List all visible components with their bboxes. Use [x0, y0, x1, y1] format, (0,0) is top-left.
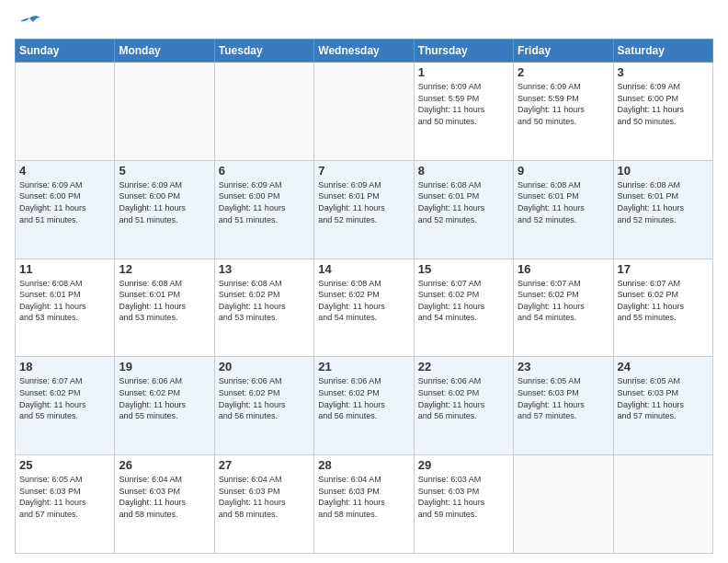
day-info: Sunrise: 6:09 AM Sunset: 6:00 PM Dayligh… — [219, 179, 310, 225]
day-number: 15 — [418, 262, 509, 276]
calendar-cell: 25Sunrise: 6:05 AM Sunset: 6:03 PM Dayli… — [16, 455, 115, 554]
day-number: 26 — [119, 458, 210, 472]
day-info: Sunrise: 6:09 AM Sunset: 6:00 PM Dayligh… — [618, 81, 709, 127]
column-header-friday: Friday — [514, 40, 613, 63]
calendar-cell: 13Sunrise: 6:08 AM Sunset: 6:02 PM Dayli… — [214, 259, 313, 357]
day-info: Sunrise: 6:08 AM Sunset: 6:01 PM Dayligh… — [119, 278, 210, 324]
logo-bird-icon — [17, 15, 42, 35]
calendar-header-row: SundayMondayTuesdayWednesdayThursdayFrid… — [16, 40, 713, 63]
day-info: Sunrise: 6:07 AM Sunset: 6:02 PM Dayligh… — [518, 278, 609, 324]
day-info: Sunrise: 6:09 AM Sunset: 6:00 PM Dayligh… — [119, 179, 210, 225]
column-header-monday: Monday — [115, 40, 214, 63]
day-info: Sunrise: 6:09 AM Sunset: 6:01 PM Dayligh… — [318, 179, 409, 225]
day-number: 18 — [19, 360, 110, 373]
column-header-saturday: Saturday — [613, 40, 712, 63]
day-info: Sunrise: 6:07 AM Sunset: 6:02 PM Dayligh… — [418, 278, 509, 324]
day-number: 3 — [618, 65, 709, 79]
calendar-cell: 12Sunrise: 6:08 AM Sunset: 6:01 PM Dayli… — [115, 259, 214, 357]
calendar-cell: 7Sunrise: 6:09 AM Sunset: 6:01 PM Daylig… — [314, 160, 414, 259]
calendar-cell: 20Sunrise: 6:06 AM Sunset: 6:02 PM Dayli… — [214, 357, 313, 455]
day-number: 29 — [418, 458, 509, 472]
calendar-cell: 14Sunrise: 6:08 AM Sunset: 6:02 PM Dayli… — [314, 259, 414, 357]
calendar-week-3: 11Sunrise: 6:08 AM Sunset: 6:01 PM Dayli… — [16, 259, 713, 357]
calendar-week-2: 4Sunrise: 6:09 AM Sunset: 6:00 PM Daylig… — [16, 160, 713, 259]
calendar-cell: 4Sunrise: 6:09 AM Sunset: 6:00 PM Daylig… — [16, 160, 115, 259]
calendar-cell: 26Sunrise: 6:04 AM Sunset: 6:03 PM Dayli… — [115, 455, 214, 554]
day-info: Sunrise: 6:08 AM Sunset: 6:01 PM Dayligh… — [418, 179, 509, 225]
calendar-table: SundayMondayTuesdayWednesdayThursdayFrid… — [15, 39, 713, 554]
day-number: 17 — [618, 262, 709, 276]
day-number: 4 — [19, 164, 110, 178]
calendar-cell: 2Sunrise: 6:09 AM Sunset: 5:59 PM Daylig… — [514, 63, 613, 161]
day-number: 13 — [219, 262, 310, 276]
day-number: 9 — [518, 164, 609, 178]
column-header-thursday: Thursday — [414, 40, 513, 63]
day-info: Sunrise: 6:08 AM Sunset: 6:02 PM Dayligh… — [318, 278, 409, 324]
day-info: Sunrise: 6:04 AM Sunset: 6:03 PM Dayligh… — [119, 474, 210, 520]
day-number: 24 — [618, 360, 709, 373]
calendar-cell: 3Sunrise: 6:09 AM Sunset: 6:00 PM Daylig… — [613, 63, 712, 161]
calendar-cell: 11Sunrise: 6:08 AM Sunset: 6:01 PM Dayli… — [16, 259, 115, 357]
calendar-cell: 17Sunrise: 6:07 AM Sunset: 6:02 PM Dayli… — [613, 259, 712, 357]
day-number: 2 — [518, 65, 609, 79]
day-info: Sunrise: 6:09 AM Sunset: 6:00 PM Dayligh… — [19, 179, 110, 225]
calendar-cell — [613, 455, 712, 554]
day-number: 28 — [318, 458, 409, 472]
calendar-week-4: 18Sunrise: 6:07 AM Sunset: 6:02 PM Dayli… — [16, 357, 713, 455]
day-info: Sunrise: 6:08 AM Sunset: 6:01 PM Dayligh… — [618, 179, 709, 225]
calendar-cell: 23Sunrise: 6:05 AM Sunset: 6:03 PM Dayli… — [514, 357, 613, 455]
day-number: 19 — [119, 360, 210, 373]
day-number: 10 — [618, 164, 709, 178]
calendar-cell: 29Sunrise: 6:03 AM Sunset: 6:03 PM Dayli… — [414, 455, 513, 554]
calendar-cell: 28Sunrise: 6:04 AM Sunset: 6:03 PM Dayli… — [314, 455, 414, 554]
calendar-week-1: 1Sunrise: 6:09 AM Sunset: 5:59 PM Daylig… — [16, 63, 713, 161]
calendar-cell: 1Sunrise: 6:09 AM Sunset: 5:59 PM Daylig… — [414, 63, 513, 161]
day-info: Sunrise: 6:05 AM Sunset: 6:03 PM Dayligh… — [618, 375, 709, 421]
day-info: Sunrise: 6:04 AM Sunset: 6:03 PM Dayligh… — [219, 474, 310, 520]
day-info: Sunrise: 6:07 AM Sunset: 6:02 PM Dayligh… — [19, 375, 110, 421]
calendar-cell: 19Sunrise: 6:06 AM Sunset: 6:02 PM Dayli… — [115, 357, 214, 455]
day-info: Sunrise: 6:06 AM Sunset: 6:02 PM Dayligh… — [418, 375, 509, 421]
logo — [15, 15, 42, 31]
day-number: 22 — [418, 360, 509, 373]
day-number: 12 — [119, 262, 210, 276]
calendar-cell: 5Sunrise: 6:09 AM Sunset: 6:00 PM Daylig… — [115, 160, 214, 259]
calendar-cell: 22Sunrise: 6:06 AM Sunset: 6:02 PM Dayli… — [414, 357, 513, 455]
day-info: Sunrise: 6:08 AM Sunset: 6:01 PM Dayligh… — [19, 278, 110, 324]
calendar-cell: 24Sunrise: 6:05 AM Sunset: 6:03 PM Dayli… — [613, 357, 712, 455]
day-info: Sunrise: 6:08 AM Sunset: 6:02 PM Dayligh… — [219, 278, 310, 324]
day-info: Sunrise: 6:05 AM Sunset: 6:03 PM Dayligh… — [19, 474, 110, 520]
day-number: 5 — [119, 164, 210, 178]
calendar-cell — [115, 63, 214, 161]
day-info: Sunrise: 6:06 AM Sunset: 6:02 PM Dayligh… — [318, 375, 409, 421]
calendar-cell: 16Sunrise: 6:07 AM Sunset: 6:02 PM Dayli… — [514, 259, 613, 357]
calendar-cell — [214, 63, 313, 161]
column-header-sunday: Sunday — [16, 40, 115, 63]
header — [15, 15, 713, 31]
day-info: Sunrise: 6:03 AM Sunset: 6:03 PM Dayligh… — [418, 474, 509, 520]
day-number: 8 — [418, 164, 509, 178]
day-info: Sunrise: 6:09 AM Sunset: 5:59 PM Dayligh… — [518, 81, 609, 127]
calendar-cell — [314, 63, 414, 161]
calendar-cell: 15Sunrise: 6:07 AM Sunset: 6:02 PM Dayli… — [414, 259, 513, 357]
day-info: Sunrise: 6:08 AM Sunset: 6:01 PM Dayligh… — [518, 179, 609, 225]
day-number: 16 — [518, 262, 609, 276]
day-number: 11 — [19, 262, 110, 276]
day-info: Sunrise: 6:06 AM Sunset: 6:02 PM Dayligh… — [219, 375, 310, 421]
page: SundayMondayTuesdayWednesdayThursdayFrid… — [0, 0, 728, 563]
day-number: 14 — [318, 262, 409, 276]
day-number: 7 — [318, 164, 409, 178]
day-number: 27 — [219, 458, 310, 472]
day-number: 20 — [219, 360, 310, 373]
calendar-week-5: 25Sunrise: 6:05 AM Sunset: 6:03 PM Dayli… — [16, 455, 713, 554]
calendar-cell: 27Sunrise: 6:04 AM Sunset: 6:03 PM Dayli… — [214, 455, 313, 554]
day-number: 25 — [19, 458, 110, 472]
day-info: Sunrise: 6:09 AM Sunset: 5:59 PM Dayligh… — [418, 81, 509, 127]
calendar-cell: 8Sunrise: 6:08 AM Sunset: 6:01 PM Daylig… — [414, 160, 513, 259]
column-header-tuesday: Tuesday — [214, 40, 313, 63]
column-header-wednesday: Wednesday — [314, 40, 414, 63]
calendar-cell — [16, 63, 115, 161]
day-number: 6 — [219, 164, 310, 178]
calendar-cell — [514, 455, 613, 554]
day-number: 23 — [518, 360, 609, 373]
